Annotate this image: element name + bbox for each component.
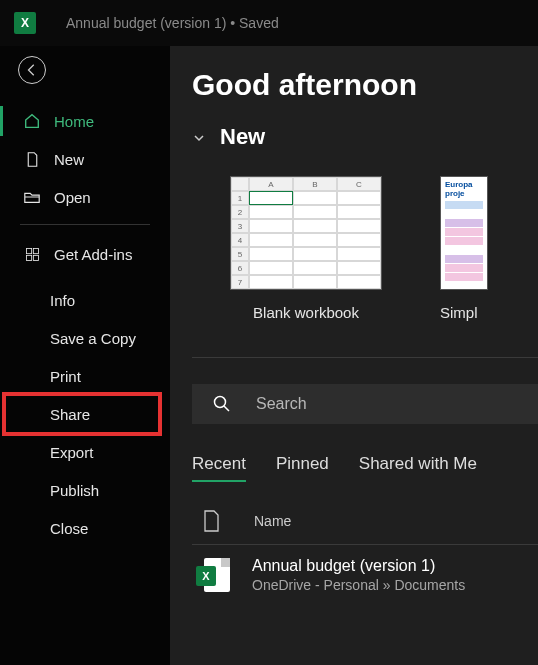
nav-export[interactable]: Export [0, 433, 170, 471]
file-icon [200, 510, 222, 532]
addins-icon [22, 244, 42, 264]
doc-title: Annual budget (version 1) • Saved [66, 15, 279, 31]
nav-label: Publish [50, 482, 99, 499]
file-list-header[interactable]: Name [192, 506, 538, 545]
nav-addins[interactable]: Get Add-ins [0, 235, 170, 273]
backstage-main: Good afternoon New A B C 1 2 3 4 5 [170, 46, 538, 665]
folder-open-icon [22, 187, 42, 207]
sidebar-divider [20, 224, 150, 225]
backstage-sidebar: Home New Open Get Add-ins Info Save [0, 46, 170, 665]
nav-publish[interactable]: Publish [0, 471, 170, 509]
col-name: Name [254, 513, 291, 529]
nav-info[interactable]: Info [0, 281, 170, 319]
back-arrow-icon [25, 63, 39, 77]
nav-home[interactable]: Home [0, 102, 170, 140]
tab-recent[interactable]: Recent [192, 454, 246, 482]
file-row[interactable]: X Annual budget (version 1) OneDrive - P… [192, 545, 538, 593]
template-label: Blank workbook [253, 304, 359, 321]
search-icon [212, 394, 232, 414]
greeting: Good afternoon [192, 68, 538, 102]
nav-label: New [54, 151, 84, 168]
nav-open[interactable]: Open [0, 178, 170, 216]
nav-share[interactable]: Share [0, 395, 170, 433]
svg-point-4 [215, 397, 226, 408]
section-divider [192, 357, 538, 358]
excel-app-icon: X [14, 12, 36, 34]
nav-label: Get Add-ins [54, 246, 132, 263]
svg-rect-1 [33, 248, 38, 253]
template-label: Simpl [440, 304, 478, 321]
recent-tabs: Recent Pinned Shared with Me [192, 454, 538, 482]
titlebar: X Annual budget (version 1) • Saved [0, 0, 538, 46]
nav-label: Export [50, 444, 93, 461]
svg-line-5 [224, 406, 229, 411]
svg-rect-0 [26, 248, 31, 253]
search-placeholder: Search [256, 395, 307, 413]
search-box[interactable]: Search [192, 384, 538, 424]
nav-label: Home [54, 113, 94, 130]
template-gallery: A B C 1 2 3 4 5 6 7 Blank workbook [192, 176, 538, 321]
tab-pinned[interactable]: Pinned [276, 454, 329, 482]
file-path: OneDrive - Personal » Documents [252, 577, 465, 593]
svg-rect-3 [33, 255, 38, 260]
nav-label: Info [50, 292, 75, 309]
nav-label: Print [50, 368, 81, 385]
tab-shared[interactable]: Shared with Me [359, 454, 477, 482]
template-thumbnail: Europa proje [440, 176, 488, 290]
template-simple[interactable]: Europa proje Simpl [440, 176, 488, 321]
chevron-down-icon [192, 131, 206, 145]
back-button[interactable] [18, 56, 46, 84]
nav-new[interactable]: New [0, 140, 170, 178]
new-file-icon [22, 149, 42, 169]
nav-label: Close [50, 520, 88, 537]
nav-label: Save a Copy [50, 330, 136, 347]
nav-close[interactable]: Close [0, 509, 170, 547]
nav-print[interactable]: Print [0, 357, 170, 395]
nav-label: Open [54, 189, 91, 206]
svg-rect-2 [26, 255, 31, 260]
nav-label: Share [50, 406, 90, 423]
home-icon [22, 111, 42, 131]
section-label: New [220, 124, 265, 150]
template-thumbnail: A B C 1 2 3 4 5 6 7 [230, 176, 382, 290]
nav-save-copy[interactable]: Save a Copy [0, 319, 170, 357]
section-new-header[interactable]: New [192, 124, 538, 150]
template-blank-workbook[interactable]: A B C 1 2 3 4 5 6 7 Blank workbook [230, 176, 382, 321]
excel-file-icon: X [196, 558, 230, 592]
file-name: Annual budget (version 1) [252, 557, 465, 575]
